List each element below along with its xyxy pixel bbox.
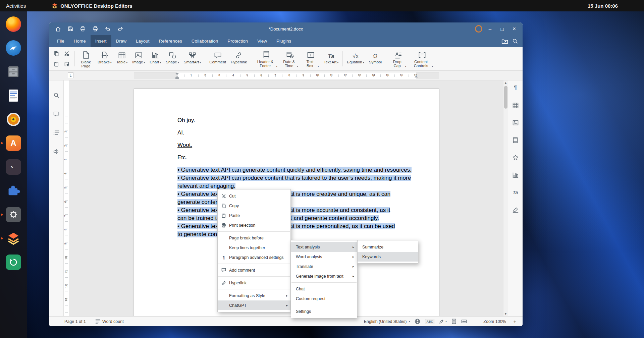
scroll-up-icon[interactable]: ▲ xyxy=(503,81,508,84)
scrollbar-thumb[interactable] xyxy=(504,86,507,109)
find-replace-button[interactable] xyxy=(52,91,61,100)
text-art-button[interactable]: Ta Text Art▾ xyxy=(321,48,341,69)
text-box-button[interactable]: Text Box▾ xyxy=(301,48,321,69)
dock-file-manager-icon[interactable] xyxy=(4,62,23,81)
context-menu-item-paste[interactable]: Paste xyxy=(218,211,290,220)
search-button[interactable] xyxy=(512,38,518,44)
clock[interactable]: 15 Jun 00:06 xyxy=(588,3,618,9)
cut-button[interactable] xyxy=(62,49,71,58)
submenu-item-text-analysis[interactable]: Text analysis ▸ xyxy=(291,242,357,252)
header-footer-settings-button[interactable] xyxy=(511,135,520,145)
language-selector[interactable]: English (United States) ▾ xyxy=(364,319,410,324)
dock-text-editor-icon[interactable] xyxy=(4,86,23,105)
dock-rhythmbox-icon[interactable] xyxy=(4,110,23,129)
tab-view[interactable]: View xyxy=(253,35,272,47)
tab-plugins[interactable]: Plugins xyxy=(272,35,296,47)
submenu-item-translate[interactable]: Translate ▸ xyxy=(291,262,357,271)
spell-check-button[interactable]: ABC xyxy=(425,319,434,324)
maximize-button[interactable]: □ xyxy=(498,24,506,33)
window-title-bar[interactable]: *Document2.docx – □ × xyxy=(49,22,523,35)
context-menu-item-hyperlink[interactable]: Hyperlink xyxy=(218,278,290,288)
bullet-line[interactable]: • Generative text API can produce conten… xyxy=(177,174,419,182)
tab-protection[interactable]: Protection xyxy=(223,35,253,47)
feedback-button[interactable] xyxy=(52,147,61,156)
vertical-scrollbar[interactable]: ▲ ▼ xyxy=(503,80,508,316)
shape-settings-button[interactable] xyxy=(511,153,520,162)
zoom-level[interactable]: Zoom 100% xyxy=(482,319,507,324)
submenu-item-keywords[interactable]: Keywords xyxy=(358,252,418,262)
copy-button[interactable] xyxy=(52,49,61,58)
paragraph[interactable]: Woot. xyxy=(177,141,419,149)
redo-button[interactable] xyxy=(115,24,125,33)
navigation-panel-button[interactable] xyxy=(52,128,61,137)
context-menu-item-chatgpt[interactable]: ChatGPT ▸ xyxy=(218,300,290,310)
tab-file[interactable]: File xyxy=(52,35,69,47)
signature-settings-button[interactable] xyxy=(511,205,520,215)
submenu-item-summarize[interactable]: Summarize xyxy=(358,242,418,252)
chart-settings-button[interactable] xyxy=(511,170,520,180)
fit-page-button[interactable] xyxy=(451,319,457,324)
bullet-line[interactable]: • Generative text API can produce conten… xyxy=(177,206,419,214)
submenu-item-settings[interactable]: Settings xyxy=(291,306,357,316)
context-menu-item-paragraph-advanced-settings[interactable]: ¶ Paragraph advanced settings xyxy=(218,252,290,262)
dock-ubuntu-software-icon[interactable]: A xyxy=(4,134,23,153)
content-controls-button[interactable]: Content Controls▾ xyxy=(409,48,435,69)
comment-button[interactable]: Comment xyxy=(207,48,228,69)
context-menu-item-page-break-before[interactable]: Page break before xyxy=(218,233,290,243)
tab-references[interactable]: References xyxy=(154,35,187,47)
paragraph-settings-button[interactable]: ¶ xyxy=(511,83,520,93)
tab-home[interactable]: Home xyxy=(69,35,91,47)
indent-marker-left[interactable] xyxy=(175,73,179,79)
dock-thunderbird-icon[interactable] xyxy=(4,39,23,57)
indent-marker-right[interactable] xyxy=(414,75,418,79)
bullet-line[interactable]: can be trained to understand the user’s … xyxy=(177,214,419,222)
dock-settings-icon[interactable] xyxy=(4,205,23,224)
fit-width-button[interactable] xyxy=(461,319,467,324)
select-all-button[interactable] xyxy=(62,60,71,68)
bullet-line[interactable]: • Generative text API can produce conten… xyxy=(177,190,419,198)
tab-insert[interactable]: Insert xyxy=(91,35,111,47)
focused-app-indicator[interactable]: ONLYOFFICE Desktop Editors xyxy=(52,3,132,9)
text-art-settings-button[interactable]: Ta xyxy=(511,188,520,197)
track-changes-button[interactable]: ▾ xyxy=(439,319,447,324)
image-button[interactable]: Image▾ xyxy=(130,48,147,69)
word-count-button[interactable]: Word count xyxy=(95,319,124,324)
context-menu-item-print-selection[interactable]: Print selection xyxy=(218,220,290,230)
save-button[interactable] xyxy=(65,24,75,33)
submenu-item-chat[interactable]: Chat xyxy=(291,284,357,294)
scroll-down-icon[interactable]: ▼ xyxy=(503,312,508,316)
vertical-ruler[interactable]: 12345678910111213 xyxy=(64,80,69,316)
tab-draw[interactable]: Draw xyxy=(111,35,131,47)
context-menu-item-formatting-as-style[interactable]: Formatting as Style ▸ xyxy=(218,291,290,300)
table-button[interactable]: Table▾ xyxy=(114,48,130,69)
chart-button[interactable]: Chart▾ xyxy=(147,48,163,69)
close-button[interactable]: × xyxy=(510,24,519,33)
document-text[interactable]: Oh joy. AI. Woot. Etc. • Generative text… xyxy=(177,116,419,238)
image-settings-button[interactable] xyxy=(511,118,520,127)
zoom-out-button[interactable]: – xyxy=(472,319,478,324)
tab-collaboration[interactable]: Collaboration xyxy=(187,35,223,47)
paragraph[interactable]: AI. xyxy=(177,129,419,137)
quick-print-button[interactable] xyxy=(90,24,100,33)
selected-bullet-list[interactable]: • Generative text API can generate conte… xyxy=(177,166,419,238)
breaks-button[interactable]: Breaks▾ xyxy=(95,48,114,69)
bullet-line[interactable]: relevant and engaging. xyxy=(177,182,419,190)
user-avatar[interactable] xyxy=(475,25,482,33)
dock-plugins-icon[interactable] xyxy=(4,181,23,200)
context-menu-item-add-comment[interactable]: Add comment xyxy=(218,265,290,275)
submenu-item-word-analysis[interactable]: Word analysis ▸ xyxy=(291,252,357,262)
drop-cap-button[interactable]: Drop Cap▾ xyxy=(388,48,409,69)
header-footer-button[interactable]: Header & Footer▾ xyxy=(253,48,280,69)
submenu-item-generate-image-from-text[interactable]: Generate image from text ▸ xyxy=(291,271,357,281)
blank-page-button[interactable]: Blank Page xyxy=(76,48,95,69)
symbol-button[interactable]: Ω Symbol xyxy=(367,48,384,69)
context-menu-item-copy[interactable]: Copy xyxy=(218,201,290,211)
table-settings-button[interactable] xyxy=(511,101,520,110)
set-language-button[interactable] xyxy=(415,319,420,324)
shape-button[interactable]: Shape▾ xyxy=(163,48,181,69)
date-time-button[interactable]: Date & Time▾ xyxy=(280,48,301,69)
bullet-line[interactable]: to generate content. xyxy=(177,230,419,238)
horizontal-ruler[interactable]: 1234567891011121314151617 xyxy=(134,72,439,79)
paste-button[interactable] xyxy=(52,60,61,68)
paragraph[interactable]: Etc. xyxy=(177,154,419,162)
